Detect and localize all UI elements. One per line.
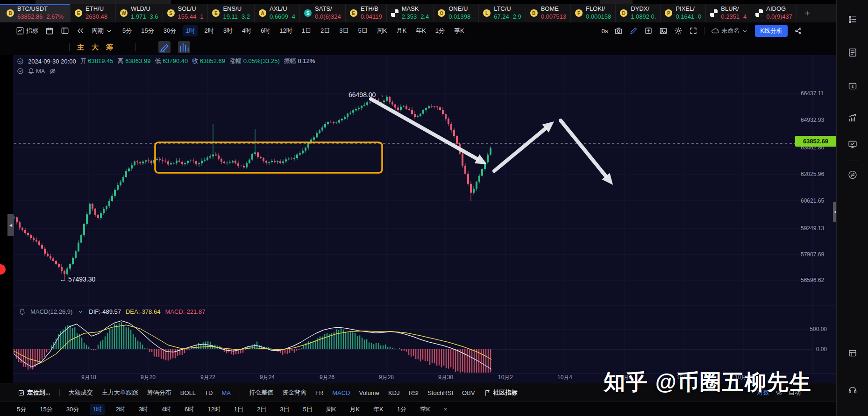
- indicator-label: KDJ: [388, 389, 400, 396]
- indicator-item[interactable]: BOLL: [180, 389, 196, 396]
- current-price-badge-text: 63852.69: [803, 138, 828, 145]
- community-icon: [484, 389, 491, 396]
- eye-off-icon[interactable]: [49, 68, 56, 75]
- bottom-timeframe-tab[interactable]: 月K: [347, 404, 363, 415]
- low-price-annotation: ← 57493.30: [60, 275, 95, 283]
- low-label: 低: [155, 57, 161, 64]
- indicator-item[interactable]: TD: [205, 389, 213, 396]
- price-axis-label: 62025.96: [801, 171, 824, 177]
- chevron-down-icon[interactable]: [77, 308, 84, 315]
- amplitude-value: 0.12%: [298, 57, 315, 64]
- indicator-item[interactable]: 筹码分布: [147, 388, 171, 397]
- indicator-item[interactable]: MA: [221, 389, 231, 396]
- trend-icon[interactable]: [848, 113, 858, 124]
- close-value: 63852.69: [200, 57, 225, 64]
- macd-macd-value: MACD:-221.87: [165, 308, 205, 315]
- price-axis-label: 59249.13: [801, 225, 824, 232]
- date-label: 10月2: [498, 374, 513, 381]
- bottom-timeframe-tab[interactable]: 5日: [300, 404, 315, 415]
- layout-icon[interactable]: [848, 348, 858, 360]
- indicator-item[interactable]: 持仓差值: [249, 388, 273, 397]
- bottom-timeframe-tab[interactable]: 6时: [182, 404, 197, 415]
- divider: [59, 389, 60, 396]
- left-panel-handle[interactable]: ◀: [7, 214, 14, 236]
- date-label: 9月22: [200, 374, 215, 381]
- bottom-timeframe-tab[interactable]: 2日: [254, 404, 269, 415]
- indicator-label: 持仓差值: [249, 388, 273, 397]
- bottom-timeframe-tab[interactable]: 12时: [205, 404, 223, 415]
- bottom-timeframe-tab[interactable]: 5分: [14, 404, 29, 415]
- trading-app: BBTC/USDT63852.86 -2.67%EETH/U2630.48 -W…: [0, 0, 868, 416]
- date-label: 9月28: [379, 374, 394, 381]
- indicator-label: TD: [205, 389, 213, 396]
- bottom-timeframe-tab[interactable]: 2时: [113, 404, 128, 415]
- indicator-item[interactable]: KDJ: [388, 389, 400, 396]
- bottom-timeframe-tab[interactable]: 季K: [417, 404, 433, 415]
- date-label: 9月24: [260, 374, 275, 381]
- date-label: 10月4: [557, 374, 572, 381]
- wallet-icon[interactable]: $: [848, 81, 858, 92]
- indicator-item[interactable]: StochRSI: [427, 389, 453, 396]
- indicator-list: 定位到...大额成交主力大单跟踪筹码分布BOLLTDMA持仓差值资金背离FRMA…: [18, 383, 518, 402]
- peak-price-annotation: 66498.00 →: [349, 91, 384, 99]
- indicator-item[interactable]: 大额成交: [69, 388, 93, 397]
- close-tab-icon[interactable]: ×: [441, 404, 450, 414]
- indicator-item[interactable]: FR: [315, 389, 323, 396]
- watchlist-icon[interactable]: [848, 14, 858, 26]
- bottom-timeframe-tab[interactable]: 年K: [370, 404, 386, 415]
- indicator-item[interactable]: MACD: [332, 389, 350, 396]
- high-value: 63863.99: [125, 57, 150, 64]
- news-icon[interactable]: [848, 48, 858, 59]
- indicator-label: MACD: [332, 389, 350, 396]
- bottom-timeframe-tab[interactable]: 15分: [37, 404, 55, 415]
- macd-axis-label: 500.00: [810, 326, 827, 332]
- indicator-label: 定位到...: [27, 388, 50, 397]
- bottom-tabs-row: 5分15分30分1时2时3时4时6时12时1日2日3日5日周K月K年K1分季K×: [14, 402, 450, 416]
- indicator-item[interactable]: RSI: [409, 389, 419, 396]
- ohlc-datetime: 2024-09-30 20:00: [28, 58, 76, 65]
- bottom-timeframe-tab[interactable]: 30分: [64, 404, 82, 415]
- bottom-timeframe-tab[interactable]: 1分: [394, 404, 409, 415]
- collapse-circle-icon[interactable]: [17, 58, 24, 65]
- amplitude-label: 振幅: [284, 57, 296, 64]
- macd-indicator-row: MACD(12,26,9) DIF:-489.57 DEA:-378.64 MA…: [19, 308, 205, 315]
- transfer-icon[interactable]: [848, 170, 858, 181]
- bottom-timeframe-tab[interactable]: 1日: [231, 404, 246, 415]
- macd-title: MACD(12,26,9): [30, 308, 72, 315]
- indicator-item[interactable]: 定位到...: [18, 388, 50, 397]
- bottom-timeframe-tab[interactable]: 3日: [277, 404, 292, 415]
- bell-icon[interactable]: [28, 68, 35, 75]
- bottom-timeframe-tab[interactable]: 周K: [323, 404, 339, 415]
- svg-text:$: $: [852, 85, 854, 89]
- indicator-label: OBV: [462, 389, 475, 396]
- bottom-timeframe-tab[interactable]: 3时: [136, 404, 151, 415]
- bottom-timeframe-tab[interactable]: 4时: [159, 404, 174, 415]
- indicator-item[interactable]: 主力大单跟踪: [102, 388, 138, 397]
- macd-dea-value: DEA:-378.64: [126, 308, 160, 315]
- bottom-timeframe-tabs: 5分15分30分1时2时3时4时6时12时1日2日3日5日周K月K年K1分季K×: [0, 402, 836, 416]
- macd-axis-label: 0.00: [816, 346, 827, 353]
- indicator-item[interactable]: 社区指标: [484, 388, 518, 397]
- ohlc-info-row: 2024-09-30 20:00 开 63819.45 高 63863.99 低…: [17, 57, 315, 65]
- date-label: 9月26: [320, 374, 334, 381]
- date-label: 9月18: [81, 374, 96, 381]
- indicator-label: FR: [315, 389, 323, 396]
- bell-icon[interactable]: [19, 308, 26, 315]
- price-axis-label: 64932.93: [801, 117, 824, 123]
- monitor-icon[interactable]: [848, 140, 858, 151]
- indicator-item[interactable]: OBV: [462, 389, 475, 396]
- indicator-label: 资金背离: [282, 388, 306, 397]
- price-axis-label: 60621.65: [801, 197, 824, 204]
- headphones-icon[interactable]: [848, 385, 858, 396]
- high-label: 高: [118, 57, 124, 64]
- indicator-item[interactable]: 资金背离: [282, 388, 306, 397]
- collapse-circle-icon[interactable]: [17, 68, 24, 75]
- indicator-item[interactable]: Volume: [359, 389, 379, 396]
- change-label: 涨幅: [229, 57, 242, 64]
- ma-indicator-row: MA: [17, 68, 56, 75]
- indicator-label: BOLL: [180, 389, 196, 396]
- bottom-timeframe-tab[interactable]: 1时: [90, 404, 105, 415]
- date-label: 9月20: [141, 374, 156, 381]
- indicator-label: Volume: [359, 389, 379, 396]
- change-value: 0.05%(33.25): [243, 57, 280, 64]
